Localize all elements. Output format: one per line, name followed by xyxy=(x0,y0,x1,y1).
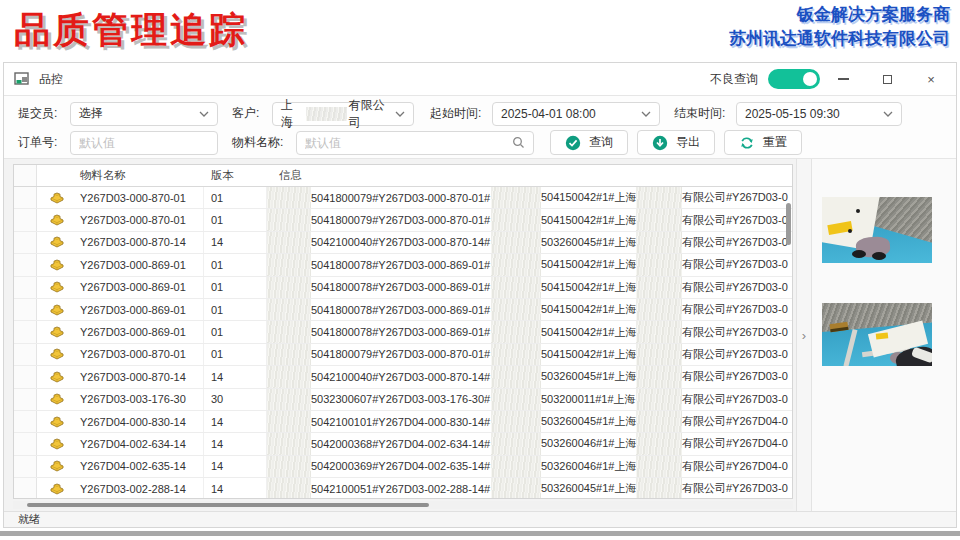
row-selector-cell[interactable] xyxy=(14,299,37,320)
panel-expander[interactable]: › xyxy=(796,159,812,511)
download-circle-icon xyxy=(652,135,668,151)
part-icon xyxy=(50,483,64,495)
table-row[interactable]: Y267D03-000-870-01 01 5041800079#Y267D03… xyxy=(14,344,792,366)
table-row[interactable]: Y267D03-000-870-01 01 5041800079#Y267D03… xyxy=(14,187,792,209)
material-cell: Y267D03-000-870-14 xyxy=(76,366,204,387)
info-segment-1: 5042100040#Y267D03-000-870-14# xyxy=(311,371,491,383)
info-cell: 5042100040#Y267D03-000-870-14# 503260045… xyxy=(267,232,792,253)
vertical-scrollbar[interactable] xyxy=(786,203,791,245)
redacted-block xyxy=(491,321,541,342)
start-time-select[interactable]: 2025-04-01 08:00 xyxy=(492,102,660,126)
table-row[interactable]: Y267D03-002-288-14 14 5042100051#Y267D03… xyxy=(14,478,792,499)
order-no-input[interactable] xyxy=(79,132,209,154)
table-row[interactable]: Y267D04-002-635-14 14 5042000369#Y267D04… xyxy=(14,456,792,478)
info-segment-3: 有限公司#Y267D03-0 xyxy=(682,190,792,205)
customer-value-prefix: 上海 xyxy=(281,97,304,131)
row-selector-cell[interactable] xyxy=(14,366,37,387)
horizontal-scrollbar-thumb[interactable] xyxy=(27,503,429,507)
material-column-header[interactable]: 物料名称 xyxy=(76,165,204,186)
part-icon xyxy=(50,438,64,450)
reset-button-label: 重置 xyxy=(763,134,787,151)
row-selector-cell[interactable] xyxy=(14,411,37,432)
table-header: 物料名称 版本 信息 xyxy=(14,165,792,187)
company-info: 钣金解决方案服务商 苏州讯达通软件科技有限公司 xyxy=(729,3,950,51)
chevron-down-icon xyxy=(883,111,893,117)
horizontal-scrollbar-track[interactable] xyxy=(13,501,793,509)
info-cell: 5032300607#Y267D03-003-176-30# 503200011… xyxy=(267,389,792,410)
table-row[interactable]: Y267D03-003-176-30 30 5032300607#Y267D03… xyxy=(14,389,792,411)
version-column-header[interactable]: 版本 xyxy=(204,165,267,186)
defect-photo-thumbnail-2[interactable] xyxy=(822,303,932,366)
content-area: 物料名称 版本 信息 Y267D03-000-870-01 01 5041800… xyxy=(4,159,956,511)
row-selector-cell[interactable] xyxy=(14,389,37,410)
row-selector-cell[interactable] xyxy=(14,433,37,454)
info-cell: 5041800079#Y267D03-000-870-01# 504150042… xyxy=(267,344,792,365)
redacted-block xyxy=(636,254,682,275)
row-selector-cell[interactable] xyxy=(14,254,37,275)
part-icon xyxy=(50,304,64,316)
customer-select[interactable]: 上海有限公司 xyxy=(272,102,414,126)
table-row[interactable]: Y267D03-000-870-14 14 5042100040#Y267D03… xyxy=(14,366,792,388)
redacted-block xyxy=(267,411,311,432)
material-cell: Y267D03-000-869-01 xyxy=(76,254,204,275)
material-cell: Y267D03-000-869-01 xyxy=(76,299,204,320)
close-button[interactable]: × xyxy=(910,64,952,94)
row-selector-cell[interactable] xyxy=(14,321,37,342)
table-row[interactable]: Y267D04-002-634-14 14 5042000368#Y267D04… xyxy=(14,433,792,455)
info-segment-1: 5042100101#Y267D04-000-830-14# xyxy=(311,416,491,428)
maximize-button[interactable] xyxy=(866,64,908,94)
redacted-block xyxy=(636,187,682,208)
submitter-select[interactable]: 选择 xyxy=(70,102,218,126)
part-icon xyxy=(50,371,64,383)
info-segment-2: 503260045#1#上海 xyxy=(541,235,636,250)
row-selector-cell[interactable] xyxy=(14,277,37,298)
app-icon xyxy=(14,72,30,86)
defect-query-toggle[interactable] xyxy=(768,69,820,89)
table-row[interactable]: Y267D04-000-830-14 14 5042100101#Y267D04… xyxy=(14,411,792,433)
search-icon[interactable] xyxy=(512,136,525,149)
minimize-button[interactable] xyxy=(822,64,864,94)
material-cell: Y267D04-000-830-14 xyxy=(76,411,204,432)
table-row[interactable]: Y267D03-000-869-01 01 5041800078#Y267D03… xyxy=(14,277,792,299)
table-row[interactable]: Y267D03-000-870-14 14 5042100040#Y267D03… xyxy=(14,232,792,254)
info-column-header[interactable]: 信息 xyxy=(267,165,792,186)
info-segment-3: 有限公司#Y267D03-0 xyxy=(682,235,792,250)
material-name-input[interactable] xyxy=(305,132,512,154)
part-icon xyxy=(50,348,64,360)
row-selector-cell[interactable] xyxy=(14,232,37,253)
reset-button[interactable]: 重置 xyxy=(724,130,802,155)
app-window: 品控 不良查询 × 提交员: 选择 客户: 上海有限公司 xyxy=(3,62,957,528)
table-row[interactable]: Y267D03-000-869-01 01 5041800078#Y267D03… xyxy=(14,321,792,343)
defect-photo-thumbnail-1[interactable] xyxy=(822,197,932,263)
info-cell: 5041800078#Y267D03-000-869-01# 504150042… xyxy=(267,299,792,320)
part-icon xyxy=(50,259,64,271)
row-selector-cell[interactable] xyxy=(14,187,37,208)
table-row[interactable]: Y267D03-000-869-01 01 5041800078#Y267D03… xyxy=(14,254,792,276)
export-button[interactable]: 导出 xyxy=(637,130,715,155)
info-cell: 5041800079#Y267D03-000-870-01# 504150042… xyxy=(267,209,792,230)
redacted-block xyxy=(267,299,311,320)
redacted-block xyxy=(267,321,311,342)
redacted-block xyxy=(267,456,311,477)
table-row[interactable]: Y267D03-000-869-01 01 5041800078#Y267D03… xyxy=(14,299,792,321)
query-button[interactable]: 查询 xyxy=(550,130,628,155)
info-segment-2: 503260045#1#上海 xyxy=(541,414,636,429)
info-cell: 5041800079#Y267D03-000-870-01# 504150042… xyxy=(267,187,792,208)
close-icon: × xyxy=(927,72,935,87)
end-time-select[interactable]: 2025-05-15 09:30 xyxy=(736,102,902,126)
material-cell: Y267D03-003-176-30 xyxy=(76,389,204,410)
version-cell: 14 xyxy=(204,366,267,387)
redacted-block xyxy=(267,366,311,387)
info-segment-2: 503200011#1#上海 xyxy=(541,392,636,407)
row-selector-cell[interactable] xyxy=(14,478,37,499)
start-time-label: 起始时间: xyxy=(430,105,492,122)
info-segment-3: 有限公司#Y267D04-0 xyxy=(682,436,792,451)
redacted-block xyxy=(491,456,541,477)
version-cell: 14 xyxy=(204,478,267,499)
row-selector-cell[interactable] xyxy=(14,209,37,230)
row-selector-cell[interactable] xyxy=(14,456,37,477)
submitter-value: 选择 xyxy=(79,105,103,122)
start-time-value: 2025-04-01 08:00 xyxy=(501,107,596,121)
table-row[interactable]: Y267D03-000-870-01 01 5041800079#Y267D03… xyxy=(14,209,792,231)
row-selector-cell[interactable] xyxy=(14,344,37,365)
